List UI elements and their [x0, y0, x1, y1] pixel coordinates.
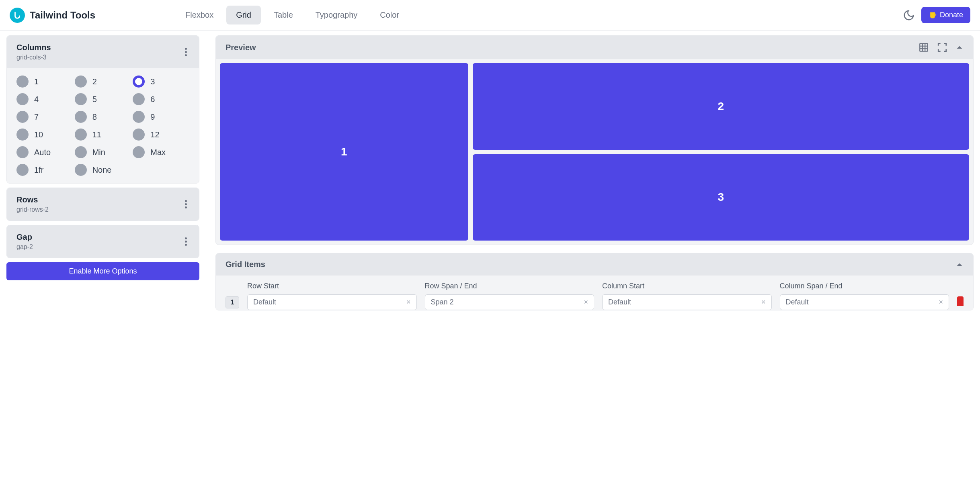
main-layout: Columns grid-cols-3 1 2 3 4 5 6 7 8 9 10 [0, 31, 980, 310]
columns-menu-icon[interactable] [182, 45, 189, 59]
grid-items-title: Grid Items [226, 260, 265, 269]
col-start-select[interactable]: Default × [602, 294, 772, 310]
radio-col-4[interactable]: 4 [16, 93, 73, 105]
app-title: Tailwind Tools [30, 10, 95, 21]
clear-icon[interactable]: × [939, 298, 943, 306]
preview-toolbar [918, 42, 964, 53]
dark-mode-icon[interactable] [903, 9, 915, 21]
row-start-label: Row Start [247, 282, 417, 290]
row-span-select[interactable]: Span 2 × [425, 294, 595, 310]
col-span-label: Column Span / End [780, 282, 949, 290]
radio-col-min[interactable]: Min [75, 146, 131, 158]
radio-col-1fr[interactable]: 1fr [16, 164, 73, 176]
donate-label: Donate [940, 11, 963, 19]
radio-col-max[interactable]: Max [133, 146, 189, 158]
grid-view-icon[interactable] [918, 42, 929, 53]
select-value: Span 2 [431, 298, 454, 306]
logo-group[interactable]: Tailwind Tools [10, 8, 95, 23]
collapse-icon[interactable] [955, 43, 964, 51]
preview-grid: 1 2 3 [220, 63, 969, 241]
radio-label: 8 [92, 112, 97, 122]
radio-col-3[interactable]: 3 [133, 76, 189, 88]
nav-table[interactable]: Table [264, 6, 303, 24]
gap-header[interactable]: Gap gap-2 [7, 225, 199, 258]
rows-subtitle: grid-rows-2 [16, 206, 49, 213]
radio-label: 5 [92, 95, 97, 104]
main-nav: Flexbox Grid Table Typography Color [176, 6, 409, 24]
fullscreen-icon[interactable] [937, 42, 947, 53]
grid-items-body: 1 Row Start Default × Row Span / End Spa… [216, 276, 973, 310]
nav-typography[interactable]: Typography [306, 6, 367, 24]
collapse-icon[interactable] [955, 261, 964, 269]
rows-panel: Rows grid-rows-2 [6, 188, 199, 221]
radio-col-8[interactable]: 8 [75, 111, 131, 123]
item-number-badge: 1 [226, 296, 239, 308]
radio-col-auto[interactable]: Auto [16, 146, 73, 158]
rows-header[interactable]: Rows grid-rows-2 [7, 188, 199, 220]
col-span-select[interactable]: Default × [780, 294, 949, 310]
gap-panel: Gap gap-2 [6, 225, 199, 258]
radio-label: 1 [34, 77, 39, 86]
clear-icon[interactable]: × [406, 298, 411, 306]
clear-icon[interactable]: × [584, 298, 588, 306]
gap-title: Gap [16, 233, 33, 242]
clear-icon[interactable]: × [761, 298, 766, 306]
columns-header[interactable]: Columns grid-cols-3 [7, 36, 199, 68]
radio-col-1[interactable]: 1 [16, 76, 73, 88]
gap-menu-icon[interactable] [182, 235, 189, 248]
radio-col-2[interactable]: 2 [75, 76, 131, 88]
header-right: Donate [903, 7, 970, 23]
radio-label: 7 [34, 112, 39, 122]
radio-label: 9 [150, 112, 155, 122]
radio-circle [75, 111, 87, 123]
preview-body: 1 2 3 [216, 59, 973, 245]
radio-col-7[interactable]: 7 [16, 111, 73, 123]
columns-panel: Columns grid-cols-3 1 2 3 4 5 6 7 8 9 10 [6, 35, 199, 184]
columns-subtitle: grid-cols-3 [16, 54, 51, 61]
preview-header: Preview [216, 36, 973, 59]
radio-col-6[interactable]: 6 [133, 93, 189, 105]
radio-circle [16, 93, 29, 105]
delete-item-button[interactable] [957, 296, 964, 306]
preview-cell-1: 1 [220, 63, 468, 241]
gap-title-group: Gap gap-2 [16, 233, 33, 251]
preview-cell-2: 2 [473, 63, 969, 150]
rows-title-group: Rows grid-rows-2 [16, 195, 49, 213]
radio-circle [16, 76, 29, 88]
radio-col-12[interactable]: 12 [133, 129, 189, 141]
row-start-select[interactable]: Default × [247, 294, 417, 310]
radio-label: Max [150, 148, 166, 157]
nav-grid[interactable]: Grid [226, 6, 261, 24]
radio-col-10[interactable]: 10 [16, 129, 73, 141]
nav-color[interactable]: Color [370, 6, 409, 24]
radio-label: None [92, 165, 112, 175]
nav-flexbox[interactable]: Flexbox [176, 6, 223, 24]
rows-menu-icon[interactable] [182, 198, 189, 211]
radio-circle-selected [133, 76, 145, 88]
radio-circle [16, 129, 29, 141]
radio-label: Min [92, 148, 105, 157]
preview-cell-3: 3 [473, 154, 969, 241]
col-span-field: Column Span / End Default × [780, 282, 949, 310]
radio-col-9[interactable]: 9 [133, 111, 189, 123]
radio-circle [133, 129, 145, 141]
radio-circle [75, 164, 87, 176]
radio-label: 2 [92, 77, 97, 86]
donate-button[interactable]: Donate [921, 7, 970, 23]
radio-label: 1fr [34, 165, 43, 175]
radio-label: 4 [34, 95, 39, 104]
radio-circle [75, 146, 87, 158]
row-span-field: Row Span / End Span 2 × [425, 282, 595, 310]
radio-label: 12 [150, 130, 159, 139]
select-value: Default [608, 298, 631, 306]
row-span-label: Row Span / End [425, 282, 595, 290]
radio-col-11[interactable]: 11 [75, 129, 131, 141]
enable-more-button[interactable]: Enable More Options [6, 262, 199, 280]
grid-items-header: Grid Items [216, 253, 973, 276]
preview-panel: Preview 1 2 3 [215, 35, 974, 245]
radio-label: 10 [34, 130, 43, 139]
radio-col-none[interactable]: None [75, 164, 131, 176]
radio-col-5[interactable]: 5 [75, 93, 131, 105]
radio-circle [16, 164, 29, 176]
radio-circle [75, 129, 87, 141]
